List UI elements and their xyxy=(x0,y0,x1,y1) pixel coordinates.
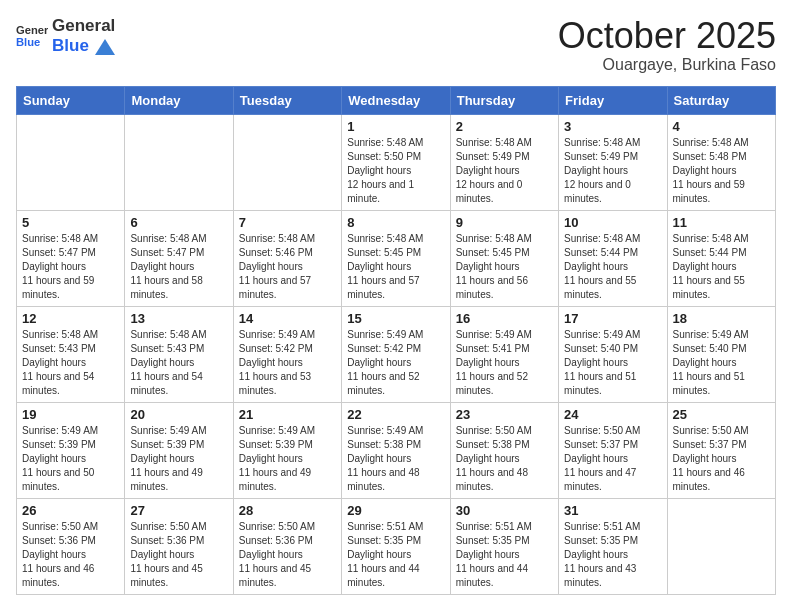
day-info: Sunrise: 5:50 AMSunset: 5:36 PMDaylight … xyxy=(22,520,119,590)
calendar-cell: 25Sunrise: 5:50 AMSunset: 5:37 PMDayligh… xyxy=(667,402,775,498)
calendar-cell: 31Sunrise: 5:51 AMSunset: 5:35 PMDayligh… xyxy=(559,498,667,594)
weekday-header-friday: Friday xyxy=(559,86,667,114)
day-info: Sunrise: 5:48 AMSunset: 5:46 PMDaylight … xyxy=(239,232,336,302)
day-info: Sunrise: 5:50 AMSunset: 5:36 PMDaylight … xyxy=(130,520,227,590)
logo-general-text: General xyxy=(52,16,115,36)
month-title: October 2025 xyxy=(558,16,776,56)
day-info: Sunrise: 5:49 AMSunset: 5:39 PMDaylight … xyxy=(239,424,336,494)
calendar-cell: 19Sunrise: 5:49 AMSunset: 5:39 PMDayligh… xyxy=(17,402,125,498)
calendar-cell: 17Sunrise: 5:49 AMSunset: 5:40 PMDayligh… xyxy=(559,306,667,402)
day-number: 7 xyxy=(239,215,336,230)
day-number: 13 xyxy=(130,311,227,326)
day-info: Sunrise: 5:48 AMSunset: 5:50 PMDaylight … xyxy=(347,136,444,206)
day-number: 9 xyxy=(456,215,553,230)
day-number: 24 xyxy=(564,407,661,422)
day-number: 19 xyxy=(22,407,119,422)
day-info: Sunrise: 5:49 AMSunset: 5:41 PMDaylight … xyxy=(456,328,553,398)
weekday-header-row: SundayMondayTuesdayWednesdayThursdayFrid… xyxy=(17,86,776,114)
calendar-cell: 29Sunrise: 5:51 AMSunset: 5:35 PMDayligh… xyxy=(342,498,450,594)
calendar-cell: 30Sunrise: 5:51 AMSunset: 5:35 PMDayligh… xyxy=(450,498,558,594)
day-number: 17 xyxy=(564,311,661,326)
week-row-2: 5Sunrise: 5:48 AMSunset: 5:47 PMDaylight… xyxy=(17,210,776,306)
day-number: 6 xyxy=(130,215,227,230)
calendar-cell: 18Sunrise: 5:49 AMSunset: 5:40 PMDayligh… xyxy=(667,306,775,402)
day-info: Sunrise: 5:50 AMSunset: 5:37 PMDaylight … xyxy=(564,424,661,494)
day-number: 27 xyxy=(130,503,227,518)
day-number: 22 xyxy=(347,407,444,422)
calendar-cell: 21Sunrise: 5:49 AMSunset: 5:39 PMDayligh… xyxy=(233,402,341,498)
day-info: Sunrise: 5:50 AMSunset: 5:37 PMDaylight … xyxy=(673,424,770,494)
calendar-cell: 13Sunrise: 5:48 AMSunset: 5:43 PMDayligh… xyxy=(125,306,233,402)
day-number: 8 xyxy=(347,215,444,230)
calendar-cell: 20Sunrise: 5:49 AMSunset: 5:39 PMDayligh… xyxy=(125,402,233,498)
weekday-header-tuesday: Tuesday xyxy=(233,86,341,114)
svg-marker-3 xyxy=(95,39,115,55)
day-info: Sunrise: 5:51 AMSunset: 5:35 PMDaylight … xyxy=(456,520,553,590)
calendar-cell: 11Sunrise: 5:48 AMSunset: 5:44 PMDayligh… xyxy=(667,210,775,306)
calendar-cell: 12Sunrise: 5:48 AMSunset: 5:43 PMDayligh… xyxy=(17,306,125,402)
day-info: Sunrise: 5:50 AMSunset: 5:38 PMDaylight … xyxy=(456,424,553,494)
day-info: Sunrise: 5:49 AMSunset: 5:40 PMDaylight … xyxy=(564,328,661,398)
day-info: Sunrise: 5:49 AMSunset: 5:42 PMDaylight … xyxy=(347,328,444,398)
day-number: 23 xyxy=(456,407,553,422)
svg-text:Blue: Blue xyxy=(16,36,40,48)
day-info: Sunrise: 5:49 AMSunset: 5:38 PMDaylight … xyxy=(347,424,444,494)
day-info: Sunrise: 5:48 AMSunset: 5:43 PMDaylight … xyxy=(130,328,227,398)
calendar-cell xyxy=(125,114,233,210)
day-info: Sunrise: 5:48 AMSunset: 5:49 PMDaylight … xyxy=(564,136,661,206)
calendar-cell: 5Sunrise: 5:48 AMSunset: 5:47 PMDaylight… xyxy=(17,210,125,306)
day-number: 30 xyxy=(456,503,553,518)
day-number: 16 xyxy=(456,311,553,326)
day-number: 11 xyxy=(673,215,770,230)
logo: General Blue General Blue xyxy=(16,16,115,56)
day-number: 21 xyxy=(239,407,336,422)
day-number: 15 xyxy=(347,311,444,326)
calendar-table: SundayMondayTuesdayWednesdayThursdayFrid… xyxy=(16,86,776,595)
day-info: Sunrise: 5:48 AMSunset: 5:44 PMDaylight … xyxy=(564,232,661,302)
weekday-header-saturday: Saturday xyxy=(667,86,775,114)
calendar-cell xyxy=(667,498,775,594)
calendar-cell: 6Sunrise: 5:48 AMSunset: 5:47 PMDaylight… xyxy=(125,210,233,306)
day-number: 20 xyxy=(130,407,227,422)
week-row-5: 26Sunrise: 5:50 AMSunset: 5:36 PMDayligh… xyxy=(17,498,776,594)
calendar-cell xyxy=(233,114,341,210)
day-number: 5 xyxy=(22,215,119,230)
day-info: Sunrise: 5:48 AMSunset: 5:49 PMDaylight … xyxy=(456,136,553,206)
svg-text:General: General xyxy=(16,24,48,36)
day-info: Sunrise: 5:51 AMSunset: 5:35 PMDaylight … xyxy=(347,520,444,590)
location-text: Ouargaye, Burkina Faso xyxy=(558,56,776,74)
calendar-cell xyxy=(17,114,125,210)
calendar-cell: 14Sunrise: 5:49 AMSunset: 5:42 PMDayligh… xyxy=(233,306,341,402)
week-row-3: 12Sunrise: 5:48 AMSunset: 5:43 PMDayligh… xyxy=(17,306,776,402)
day-info: Sunrise: 5:48 AMSunset: 5:47 PMDaylight … xyxy=(22,232,119,302)
day-number: 4 xyxy=(673,119,770,134)
day-number: 1 xyxy=(347,119,444,134)
week-row-4: 19Sunrise: 5:49 AMSunset: 5:39 PMDayligh… xyxy=(17,402,776,498)
day-info: Sunrise: 5:48 AMSunset: 5:43 PMDaylight … xyxy=(22,328,119,398)
day-info: Sunrise: 5:48 AMSunset: 5:45 PMDaylight … xyxy=(456,232,553,302)
day-info: Sunrise: 5:49 AMSunset: 5:42 PMDaylight … xyxy=(239,328,336,398)
day-number: 18 xyxy=(673,311,770,326)
title-block: October 2025 Ouargaye, Burkina Faso xyxy=(558,16,776,74)
day-info: Sunrise: 5:48 AMSunset: 5:45 PMDaylight … xyxy=(347,232,444,302)
logo-blue-text: Blue xyxy=(52,36,89,55)
day-info: Sunrise: 5:50 AMSunset: 5:36 PMDaylight … xyxy=(239,520,336,590)
day-number: 28 xyxy=(239,503,336,518)
weekday-header-sunday: Sunday xyxy=(17,86,125,114)
day-number: 14 xyxy=(239,311,336,326)
day-number: 29 xyxy=(347,503,444,518)
calendar-cell: 16Sunrise: 5:49 AMSunset: 5:41 PMDayligh… xyxy=(450,306,558,402)
calendar-cell: 22Sunrise: 5:49 AMSunset: 5:38 PMDayligh… xyxy=(342,402,450,498)
day-number: 10 xyxy=(564,215,661,230)
day-number: 12 xyxy=(22,311,119,326)
calendar-cell: 28Sunrise: 5:50 AMSunset: 5:36 PMDayligh… xyxy=(233,498,341,594)
calendar-cell: 1Sunrise: 5:48 AMSunset: 5:50 PMDaylight… xyxy=(342,114,450,210)
day-info: Sunrise: 5:48 AMSunset: 5:44 PMDaylight … xyxy=(673,232,770,302)
calendar-cell: 10Sunrise: 5:48 AMSunset: 5:44 PMDayligh… xyxy=(559,210,667,306)
weekday-header-monday: Monday xyxy=(125,86,233,114)
day-info: Sunrise: 5:49 AMSunset: 5:39 PMDaylight … xyxy=(22,424,119,494)
calendar-cell: 8Sunrise: 5:48 AMSunset: 5:45 PMDaylight… xyxy=(342,210,450,306)
logo-icon: General Blue xyxy=(16,20,48,52)
calendar-cell: 23Sunrise: 5:50 AMSunset: 5:38 PMDayligh… xyxy=(450,402,558,498)
calendar-cell: 2Sunrise: 5:48 AMSunset: 5:49 PMDaylight… xyxy=(450,114,558,210)
